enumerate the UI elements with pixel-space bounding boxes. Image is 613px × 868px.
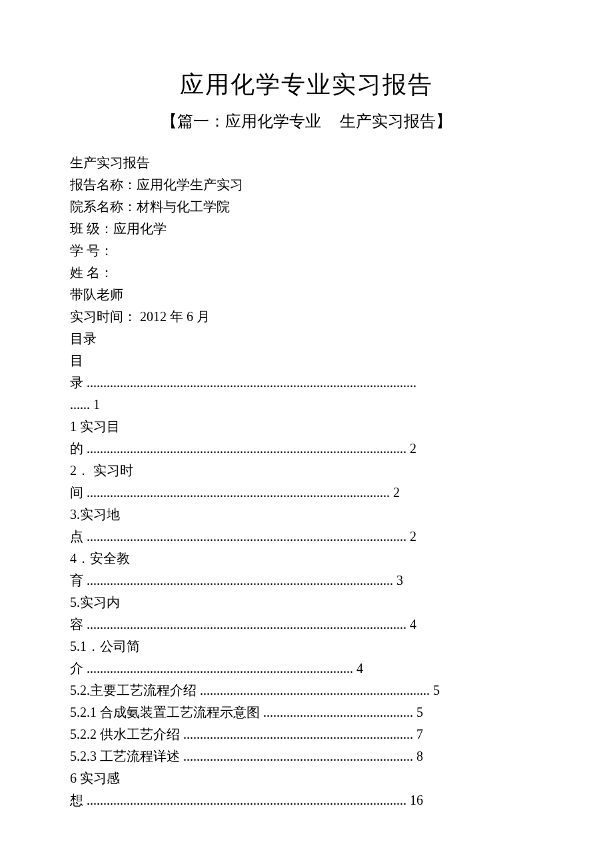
toc-line: 点 ......................................… xyxy=(70,526,543,547)
subtitle-right: 生产实习报告】 xyxy=(340,113,452,130)
toc-line: 6 实习感 xyxy=(70,768,543,789)
body-line: 班 级：应用化学 xyxy=(70,218,543,239)
document-title: 应用化学专业实习报告 xyxy=(70,67,543,104)
toc-line: 1 实习目 xyxy=(70,416,543,437)
document-subtitle: 【篇一：应用化学专业生产实习报告】 xyxy=(70,109,543,134)
body-line: 生产实习报告 xyxy=(70,153,543,173)
toc-line: 5.1．公司简 xyxy=(70,636,543,657)
toc-line: 4．安全教 xyxy=(70,548,543,569)
toc-line: 间 ......................................… xyxy=(70,482,543,503)
toc-line: ...... 1 xyxy=(70,394,543,415)
toc-line: 想 ......................................… xyxy=(70,790,543,811)
body-line: 院系名称：材料与化工学院 xyxy=(70,197,543,217)
body-line: 报告名称：应用化学生产实习 xyxy=(70,175,543,195)
toc-line: 5.实习内 xyxy=(70,592,543,613)
toc-line: 5.2.3 工艺流程详述 ...........................… xyxy=(70,746,543,767)
toc-line: 目 xyxy=(70,350,543,371)
toc-line: 5.2.主要工艺流程介绍 ...........................… xyxy=(70,680,543,701)
body-line: 学 号： xyxy=(70,240,543,261)
body-line: 目录 xyxy=(70,328,543,349)
body-line: 实习时间： 2012 年 6 月 xyxy=(70,306,543,327)
toc-line: 育 ......................................… xyxy=(70,570,543,591)
toc-line: 录 ......................................… xyxy=(70,372,543,393)
body-line: 姓 名： xyxy=(70,262,543,283)
toc-line: 介 ......................................… xyxy=(70,658,543,679)
toc-line: 的 ......................................… xyxy=(70,438,543,459)
body-line: 带队老师 xyxy=(70,284,543,305)
subtitle-left: 【篇一：应用化学专业 xyxy=(161,113,321,130)
toc-line: 5.2.1 合成氨装置工艺流程示意图 .....................… xyxy=(70,702,543,723)
document-body: 生产实习报告 报告名称：应用化学生产实习 院系名称：材料与化工学院 班 级：应用… xyxy=(70,153,543,811)
toc-line: 容 ......................................… xyxy=(70,614,543,635)
toc-line: 2． 实习时 xyxy=(70,460,543,481)
toc-line: 3.实习地 xyxy=(70,504,543,525)
toc-line: 5.2.2 供水工艺介绍 ...........................… xyxy=(70,724,543,745)
